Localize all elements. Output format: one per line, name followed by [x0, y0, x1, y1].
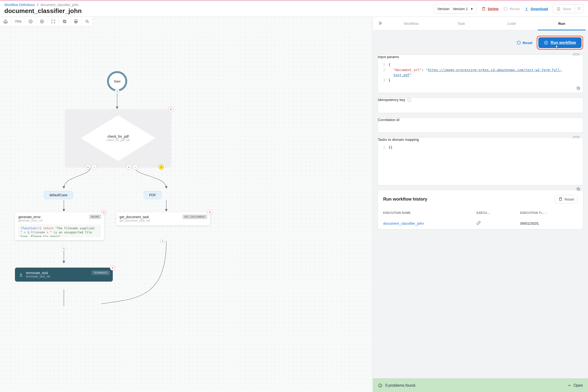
play-icon	[544, 40, 548, 45]
history-link[interactable]: document_classifier_john	[383, 221, 424, 226]
zoom-level[interactable]: 75%	[11, 17, 25, 26]
close-icon[interactable]: ✕	[168, 107, 173, 112]
page-title: document_classifier_john	[4, 7, 429, 15]
search-icon[interactable]	[82, 17, 93, 26]
reset-button[interactable]: Reset	[517, 40, 532, 45]
reset-button-header: Reset	[504, 7, 520, 11]
download-icon	[19, 272, 23, 277]
copy-icon[interactable]	[576, 187, 581, 191]
input-params-field[interactable]: Input params JSON 1{ 2"document_url": "h…	[378, 54, 583, 93]
canvas-toolbar: 75%	[0, 17, 93, 26]
add-node-icon[interactable]: +	[115, 89, 119, 94]
branch-default-pill[interactable]: defaultCase	[44, 191, 73, 199]
inspector-panel: Workflow Task Code Run Reset	[373, 17, 588, 392]
home-icon[interactable]	[0, 17, 11, 26]
svg-rect-8	[577, 87, 579, 89]
get-document-task[interactable]: ✕ get_document_task get_document_task_re…	[116, 212, 210, 225]
save-icon	[557, 7, 561, 11]
add-node-icon[interactable]: +	[160, 239, 165, 244]
task-chip: TERMINATE	[91, 270, 110, 275]
tab-task[interactable]: Task	[437, 17, 485, 30]
save-button: Save	[553, 4, 584, 13]
close-icon[interactable]: ✕	[101, 210, 106, 215]
switch-ref: check_for_pdf_ref	[106, 138, 130, 142]
start-node[interactable]: Start	[107, 71, 127, 91]
trash-icon	[482, 7, 486, 11]
breadcrumb-root[interactable]: Workflow Definitions	[4, 3, 35, 7]
col-exec-time[interactable]: EXECUTION TI… ↓	[515, 208, 583, 218]
trash-icon	[558, 197, 563, 201]
svg-rect-4	[63, 20, 65, 22]
close-icon[interactable]: ✕	[110, 265, 115, 270]
link-icon[interactable]	[477, 221, 481, 225]
task-chip: INLINE	[89, 214, 101, 219]
copy-icon[interactable]	[576, 86, 581, 90]
correlation-field[interactable]: Correlation id	[378, 118, 583, 133]
save-dropdown[interactable]	[575, 4, 584, 13]
close-icon[interactable]: ✕	[207, 210, 213, 215]
cursor-icon	[555, 44, 559, 49]
tab-bar: Workflow Task Code Run	[373, 17, 588, 30]
run-history: Run workflow history Reset EXECUTION NAM…	[378, 190, 583, 230]
reset-icon	[517, 40, 521, 45]
zoom-out-icon[interactable]	[25, 17, 36, 26]
delete-button[interactable]: Delete	[482, 7, 499, 11]
sort-desc-icon: ↓	[546, 211, 547, 214]
generate-error-task[interactable]: ✕ generate_error generate_error_ref INLI…	[15, 212, 104, 240]
workflow-canvas[interactable]: 75% Start	[0, 17, 373, 392]
status-bar: 0 problems found. Open	[373, 378, 588, 392]
reset-icon	[504, 7, 508, 11]
status-open[interactable]: Open	[567, 383, 583, 388]
col-exec[interactable]: EXECU…	[471, 208, 515, 218]
branch-controls-left[interactable]: +−	[85, 164, 97, 170]
version-value: Version 1	[453, 7, 468, 11]
tab-code[interactable]: Code	[488, 17, 536, 30]
run-workflow-button[interactable]: Run workflow	[538, 37, 582, 48]
svg-rect-9	[578, 188, 580, 190]
info-icon	[378, 383, 382, 388]
tab-run[interactable]: Run	[538, 17, 586, 30]
header: Workflow Definitions / document_classifi…	[0, 1, 588, 17]
fit-icon[interactable]	[48, 17, 59, 26]
chevron-up-icon	[567, 383, 572, 388]
run-workflow-highlight: Run workflow	[537, 36, 583, 50]
svg-rect-3	[64, 21, 66, 23]
svg-point-5	[86, 20, 88, 22]
col-exec-name[interactable]: EXECUTION NAME	[378, 208, 471, 218]
task-chip: GET_DOCUMENT	[182, 214, 207, 219]
svg-rect-7	[578, 88, 580, 90]
tab-workflow[interactable]: Workflow	[387, 17, 435, 30]
switch-name: check_for_pdf	[107, 134, 129, 138]
terminate-task[interactable]: ✕ terminate_task terminate_task_ref TERM…	[15, 268, 113, 282]
history-title: Run workflow history	[383, 197, 427, 202]
download-button[interactable]: Download	[524, 7, 548, 11]
breadcrumb: Workflow Definitions / document_classifi…	[4, 3, 429, 7]
svg-point-0	[578, 7, 581, 10]
history-row[interactable]: document_classifier_john 09/01/2025,	[378, 218, 583, 229]
breadcrumb-current: document_classifier_john	[40, 3, 78, 7]
inline-code: (function(){ return "The filename suppli…	[18, 225, 101, 237]
branch-pdf-pill[interactable]: PDF	[144, 191, 161, 199]
caret-down-icon: ▾	[470, 7, 474, 11]
branch-controls-mid[interactable]: +−	[126, 164, 138, 170]
download-icon	[524, 7, 529, 11]
switch-node[interactable]: ✕ check_for_pdf check_for_pdf_ref +− +− …	[65, 109, 171, 167]
copy-icon[interactable]	[59, 17, 70, 26]
idempotency-field[interactable]: Idempotency key i	[378, 98, 583, 113]
add-branch[interactable]: +	[159, 164, 164, 170]
print-icon[interactable]	[70, 17, 82, 26]
collapse-icon[interactable]	[375, 21, 385, 26]
history-reset-button[interactable]: Reset	[555, 195, 578, 204]
status-text: 0 problems found.	[385, 383, 416, 388]
info-icon[interactable]: i	[407, 98, 411, 102]
version-select[interactable]: Version Version 1 ▾	[434, 4, 477, 14]
add-node-icon[interactable]: +	[61, 246, 66, 251]
svg-rect-10	[577, 188, 579, 190]
zoom-in-icon[interactable]	[36, 17, 48, 26]
version-legend: Version	[437, 7, 450, 11]
domain-mapping-field[interactable]: Tasks to domain mapping JSON 1{}	[378, 137, 583, 186]
